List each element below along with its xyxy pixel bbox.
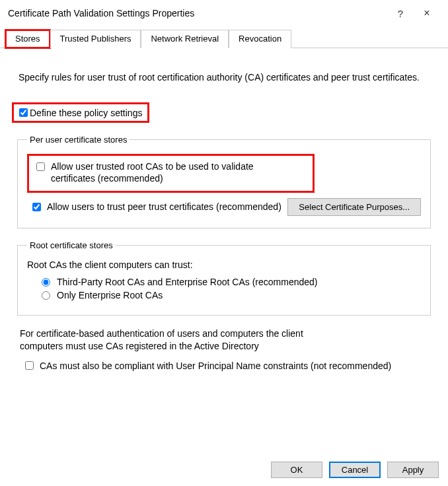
radio-both[interactable] [42, 278, 50, 287]
close-icon[interactable]: × [414, 5, 440, 22]
tab-strip: Stores Trusted Publishers Network Retrie… [0, 29, 448, 48]
root-stores-legend: Root certificate stores [27, 240, 116, 250]
define-policy-row: Define these policy settings [12, 102, 149, 123]
radio-entonly-label: Only Enterprise Root CAs [57, 290, 163, 300]
radio-entonly-row[interactable]: Only Enterprise Root CAs [40, 290, 421, 300]
radio-entonly[interactable] [42, 291, 50, 300]
define-policy-label: Define these policy settings [30, 108, 142, 118]
window-title: Certificate Path Validation Settings Pro… [8, 8, 387, 18]
tab-trusted-publishers[interactable]: Trusted Publishers [50, 30, 141, 48]
tab-stores[interactable]: Stores [5, 30, 50, 48]
intro-text: Specify rules for user trust of root cer… [19, 72, 429, 83]
tab-revocation[interactable]: Revocation [229, 30, 291, 48]
allow-peer-label: Allow users to trust peer trust certific… [47, 201, 281, 213]
radio-both-row[interactable]: Third-Party Root CAs and Enterprise Root… [40, 277, 421, 287]
select-purposes-button[interactable]: Select Certificate Purposes... [287, 198, 421, 216]
ok-button[interactable]: OK [271, 462, 322, 478]
tab-content: Specify rules for user trust of root cer… [0, 48, 448, 385]
tab-network-retrieval[interactable]: Network Retrieval [141, 30, 229, 48]
allow-peer-row: Allow users to trust peer trust certific… [27, 198, 287, 216]
footnote-text: For certificate-based authentication of … [20, 328, 337, 353]
apply-button[interactable]: Apply [387, 462, 439, 478]
root-stores-group: Root certificate stores Root CAs the cli… [17, 240, 431, 316]
help-icon[interactable]: ? [387, 5, 414, 22]
root-stores-desc: Root CAs the client computers can trust: [27, 260, 421, 270]
cancel-button[interactable]: Cancel [329, 462, 381, 478]
upn-row[interactable]: CAs must also be compliant with User Pri… [22, 359, 426, 372]
upn-label: CAs must also be compliant with User Pri… [40, 361, 391, 371]
define-policy-checkbox[interactable] [19, 108, 28, 117]
upn-checkbox[interactable] [25, 361, 34, 370]
titlebar: Certificate Path Validation Settings Pro… [0, 0, 448, 24]
allow-root-checkbox[interactable] [36, 162, 45, 171]
per-user-group: Per user certificate stores Allow user t… [17, 135, 431, 228]
allow-root-label: Allow user trusted root CAs to be used t… [51, 160, 289, 184]
allow-peer-checkbox[interactable] [32, 203, 41, 211]
per-user-legend: Per user certificate stores [27, 135, 130, 145]
allow-root-row: Allow user trusted root CAs to be used t… [27, 154, 315, 193]
radio-both-label: Third-Party Root CAs and Enterprise Root… [57, 277, 317, 287]
dialog-buttons: OK Cancel Apply [271, 462, 439, 478]
